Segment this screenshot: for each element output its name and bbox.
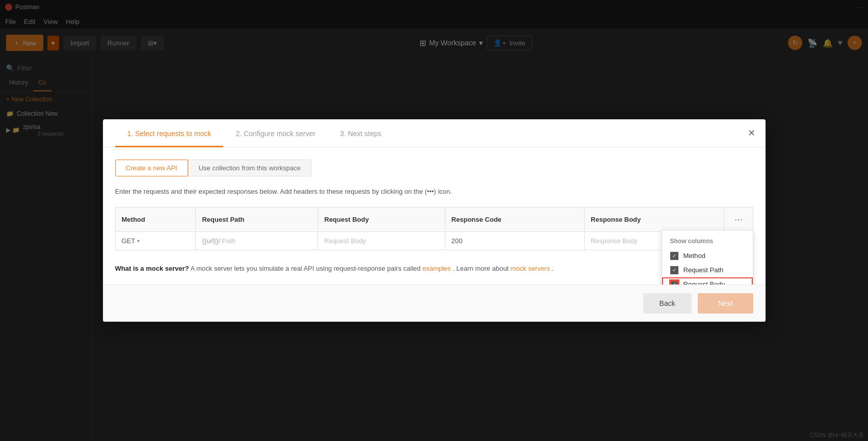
show-columns-label: Show columns <box>662 236 753 247</box>
col-request-path-label: Request Path <box>683 266 724 274</box>
request-path-checkbox[interactable]: ✓ <box>670 266 678 274</box>
more-columns-button[interactable]: ⋯ <box>730 213 747 226</box>
main-area: 🔍 Filter History Co + New Collection 📁 C… <box>0 57 868 441</box>
back-button[interactable]: Back <box>643 293 692 314</box>
mock-table: Method Request Path Request Body Respons… <box>115 207 753 250</box>
description-text: Enter the requests and their expected re… <box>115 187 753 197</box>
modal-footer: Back Next <box>103 284 766 322</box>
col-toggle-request-path[interactable]: ✓ Request Path <box>662 263 753 277</box>
mock-info-body: A mock server lets you simulate a real A… <box>191 265 423 272</box>
method-cell: GET ▾ <box>115 231 196 250</box>
modal-overlay: 1. Select requests to mock 2. Configure … <box>0 0 868 441</box>
col-response-code: Response Code <box>445 207 584 231</box>
table-wrapper: Method Request Path Request Body Respons… <box>115 207 753 250</box>
mock-info-suffix: . <box>552 265 554 272</box>
col-method: Method <box>115 207 196 231</box>
request-body-cell[interactable]: Request Body <box>318 231 445 250</box>
modal-tab-select[interactable]: 1. Select requests to mock <box>115 119 224 147</box>
path-cell[interactable]: {{url}}/ Path <box>196 231 318 250</box>
col-request-body: Request Body <box>318 207 445 231</box>
sub-tab-use-collection[interactable]: Use collection from this workspace <box>188 160 311 176</box>
modal: 1. Select requests to mock 2. Configure … <box>103 119 766 322</box>
modal-tab-next-steps[interactable]: 3. Next steps <box>328 119 394 147</box>
modal-body: Create a new API Use collection from thi… <box>103 147 766 284</box>
col-response-body: Response Body <box>585 207 724 231</box>
next-button[interactable]: Next <box>698 293 753 314</box>
col-method-label: Method <box>683 252 705 260</box>
response-code-cell[interactable]: 200 <box>445 231 584 250</box>
table-row: GET ▾ {{url}}/ Path Request Body <box>115 231 753 250</box>
col-request-path: Request Path <box>196 207 318 231</box>
col-request-body-label: Request Body <box>683 280 725 284</box>
show-columns-dropdown: Show columns ✓ Method ✓ Request Path ✓ R… <box>662 230 753 284</box>
modal-close-button[interactable]: ✕ <box>748 128 755 138</box>
method-value: GET <box>122 237 136 245</box>
mock-info-title: What is a mock server? <box>115 265 189 272</box>
mock-info-middle: . Learn more about <box>453 265 510 272</box>
mock-info: What is a mock server? A mock server let… <box>115 265 753 272</box>
modal-tab-configure[interactable]: 2. Configure mock server <box>223 119 327 147</box>
method-dropdown-icon[interactable]: ▾ <box>137 238 140 244</box>
table-header-row: Method Request Path Request Body Respons… <box>115 207 753 231</box>
col-toggle-request-body[interactable]: ✓ Request Body <box>662 277 753 284</box>
sub-tab-create-api[interactable]: Create a new API <box>115 160 188 176</box>
mock-info-examples-link[interactable]: examples <box>423 265 451 272</box>
method-checkbox[interactable]: ✓ <box>670 252 678 260</box>
col-toggle-method[interactable]: ✓ Method <box>662 249 753 263</box>
col-more[interactable]: ⋯ <box>724 207 753 231</box>
modal-header: 1. Select requests to mock 2. Configure … <box>103 119 766 147</box>
sub-tabs: Create a new API Use collection from thi… <box>115 160 753 176</box>
mock-info-servers-link[interactable]: mock servers <box>511 265 550 272</box>
request-body-checkbox[interactable]: ✓ <box>670 280 678 284</box>
